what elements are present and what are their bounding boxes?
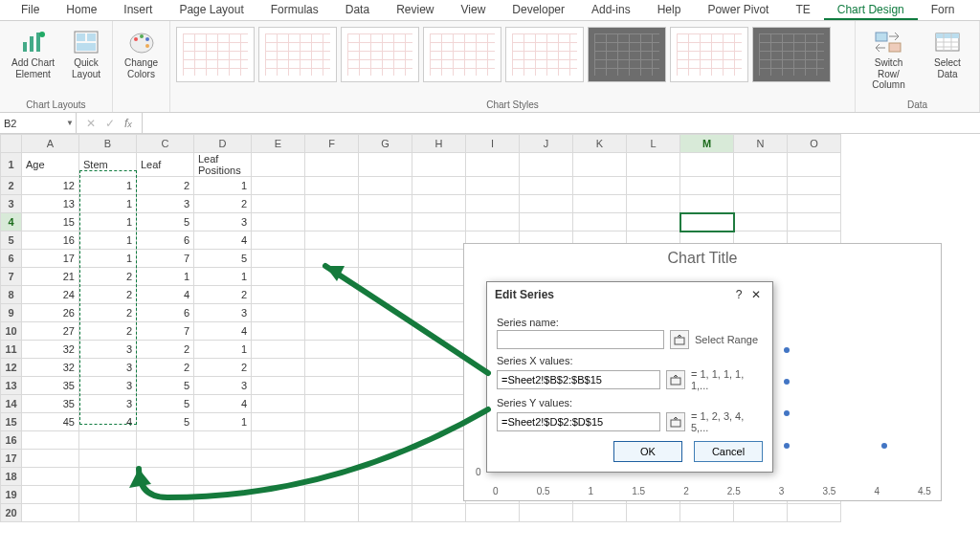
cell-D7[interactable]: 1 [194, 268, 252, 286]
cell-F15[interactable] [305, 413, 359, 431]
cell-H8[interactable] [412, 286, 466, 304]
cell-A19[interactable] [22, 486, 79, 504]
cell-C1[interactable]: Leaf [137, 153, 194, 177]
cell-L20[interactable] [627, 504, 680, 522]
cell-L2[interactable] [627, 177, 680, 195]
ribbon-tab-file[interactable]: File [8, 0, 53, 20]
cell-H1[interactable] [412, 153, 466, 177]
row-header-12[interactable]: 12 [1, 359, 22, 377]
cell-D15[interactable]: 1 [194, 413, 252, 431]
cell-N20[interactable] [734, 504, 788, 522]
cell-E17[interactable] [252, 450, 305, 468]
cell-O3[interactable] [788, 195, 841, 213]
cell-K20[interactable] [573, 504, 627, 522]
row-header-8[interactable]: 8 [1, 286, 22, 304]
row-header-7[interactable]: 7 [1, 268, 22, 286]
help-icon[interactable]: ? [730, 288, 747, 301]
cell-G6[interactable] [359, 250, 412, 268]
cell-G11[interactable] [359, 341, 412, 359]
cell-B16[interactable] [79, 431, 137, 450]
cell-E5[interactable] [252, 231, 305, 250]
cell-C9[interactable]: 6 [137, 304, 194, 322]
cell-B14[interactable]: 3 [79, 395, 137, 413]
chart-style-thumb[interactable] [505, 27, 584, 82]
chart-point[interactable] [784, 347, 790, 353]
cell-A2[interactable]: 12 [22, 177, 79, 195]
chart-style-thumb[interactable] [341, 27, 419, 82]
col-header-O[interactable]: O [788, 135, 841, 153]
cell-G13[interactable] [359, 377, 412, 395]
cell-H7[interactable] [412, 268, 466, 286]
cell-F16[interactable] [305, 431, 359, 450]
cell-K3[interactable] [573, 195, 627, 213]
cell-N2[interactable] [734, 177, 788, 195]
cell-G15[interactable] [359, 413, 412, 431]
cell-D12[interactable]: 2 [194, 359, 252, 377]
cell-M20[interactable] [680, 504, 734, 522]
row-header-18[interactable]: 18 [1, 468, 22, 486]
cell-H4[interactable] [412, 213, 466, 231]
cell-F13[interactable] [305, 377, 359, 395]
cell-A11[interactable]: 32 [22, 341, 79, 359]
row-header-13[interactable]: 13 [1, 377, 22, 395]
series-x-input[interactable] [497, 370, 660, 389]
cell-H19[interactable] [412, 486, 466, 504]
cell-A17[interactable] [22, 450, 79, 468]
cell-G18[interactable] [359, 468, 412, 486]
cell-H16[interactable] [412, 431, 466, 450]
close-icon[interactable]: ✕ [747, 288, 765, 301]
chart-style-thumb[interactable] [258, 27, 337, 82]
cell-C15[interactable]: 5 [137, 413, 194, 431]
ribbon-tab-home[interactable]: Home [53, 0, 110, 20]
cell-A4[interactable]: 15 [22, 213, 79, 231]
switch-row-column-button[interactable]: Switch Row/ Column [861, 27, 916, 93]
cell-F14[interactable] [305, 395, 359, 413]
cell-E8[interactable] [252, 286, 305, 304]
cell-F3[interactable] [305, 195, 359, 213]
cell-K4[interactable] [573, 213, 627, 231]
col-header-N[interactable]: N [734, 135, 788, 153]
cell-O1[interactable] [788, 153, 841, 177]
cell-I3[interactable] [466, 195, 520, 213]
cell-G10[interactable] [359, 322, 412, 341]
cell-F18[interactable] [305, 468, 359, 486]
cell-F20[interactable] [305, 504, 359, 522]
cell-E16[interactable] [252, 431, 305, 450]
cell-B18[interactable] [79, 468, 137, 486]
cell-I4[interactable] [466, 213, 520, 231]
row-header-1[interactable]: 1 [1, 153, 22, 177]
cell-F6[interactable] [305, 250, 359, 268]
cell-F17[interactable] [305, 450, 359, 468]
cell-C18[interactable] [137, 468, 194, 486]
col-header-A[interactable]: A [22, 135, 79, 153]
cell-C4[interactable]: 5 [137, 213, 194, 231]
cell-E18[interactable] [252, 468, 305, 486]
formula-input[interactable] [143, 113, 980, 133]
cancel-button[interactable]: Cancel [694, 441, 763, 462]
col-header-M[interactable]: M [680, 135, 734, 153]
cell-A12[interactable]: 32 [22, 359, 79, 377]
row-header-10[interactable]: 10 [1, 322, 22, 341]
ribbon-tab-insert[interactable]: Insert [110, 0, 166, 20]
cell-I1[interactable] [466, 153, 520, 177]
row-header-2[interactable]: 2 [1, 177, 22, 195]
cell-M1[interactable] [680, 153, 734, 177]
cell-E2[interactable] [252, 177, 305, 195]
cell-A1[interactable]: Age [22, 153, 79, 177]
cell-G5[interactable] [359, 231, 412, 250]
cell-B7[interactable]: 2 [79, 268, 137, 286]
cell-J3[interactable] [520, 195, 573, 213]
cell-D2[interactable]: 1 [194, 177, 252, 195]
fx-icon[interactable]: fx [124, 117, 132, 130]
cell-F12[interactable] [305, 359, 359, 377]
cell-G1[interactable] [359, 153, 412, 177]
cell-D14[interactable]: 4 [194, 395, 252, 413]
cell-G9[interactable] [359, 304, 412, 322]
cell-F5[interactable] [305, 231, 359, 250]
cell-D5[interactable]: 4 [194, 231, 252, 250]
cell-H18[interactable] [412, 468, 466, 486]
cell-G17[interactable] [359, 450, 412, 468]
cell-A6[interactable]: 17 [22, 250, 79, 268]
ribbon-tab-power-pivot[interactable]: Power Pivot [694, 0, 782, 20]
cell-A16[interactable] [22, 431, 79, 450]
